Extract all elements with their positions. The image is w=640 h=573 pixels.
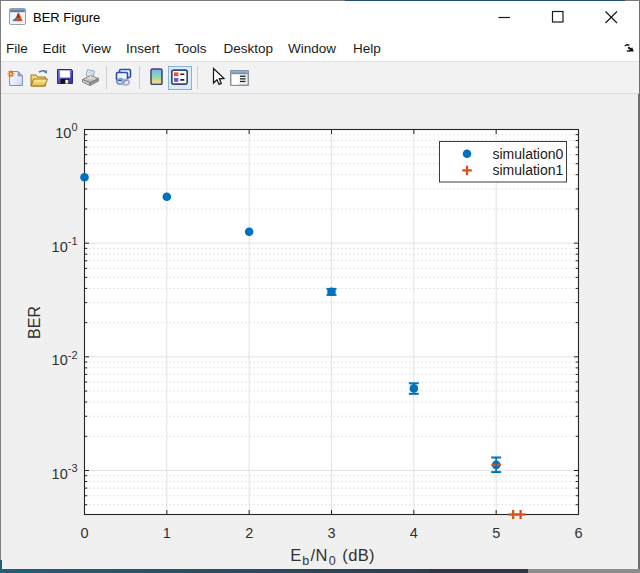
svg-text:10-2: 10-2 <box>52 349 78 369</box>
svg-text:BER: BER <box>26 306 43 339</box>
svg-text:1: 1 <box>163 525 171 541</box>
svg-text:Eb/N0 (dB): Eb/N0 (dB) <box>290 546 375 569</box>
svg-text:100: 100 <box>55 121 77 141</box>
svg-text:10-1: 10-1 <box>52 235 78 255</box>
svg-text:simulation0: simulation0 <box>493 146 564 162</box>
svg-text:simulation1: simulation1 <box>493 162 564 178</box>
svg-text:4: 4 <box>410 525 418 541</box>
svg-text:0: 0 <box>80 525 88 541</box>
svg-text:10-3: 10-3 <box>52 462 78 482</box>
svg-text:5: 5 <box>492 525 500 541</box>
svg-text:3: 3 <box>327 525 335 541</box>
svg-text:2: 2 <box>245 525 253 541</box>
svg-text:6: 6 <box>574 525 582 541</box>
